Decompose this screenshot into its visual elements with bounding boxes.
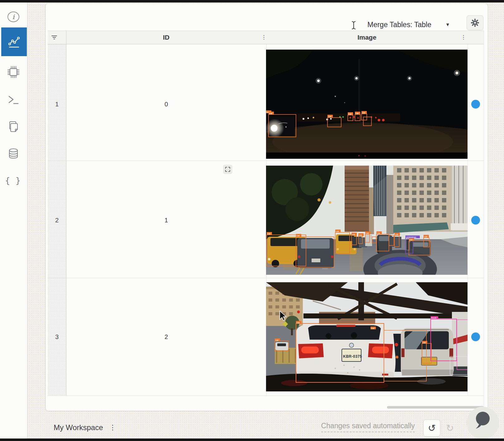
filter-icon[interactable] xyxy=(51,35,57,40)
svg-text:car: car xyxy=(356,112,359,115)
info-icon: i xyxy=(7,12,19,22)
redo-icon: ↻ xyxy=(446,423,454,434)
line-chart-icon xyxy=(7,35,21,49)
svg-text:car: car xyxy=(336,230,339,233)
svg-text:car: car xyxy=(275,339,279,342)
svg-text:car: car xyxy=(371,327,375,330)
row-number: 2 xyxy=(48,216,66,225)
gear-icon xyxy=(471,18,479,27)
terminal-icon xyxy=(7,94,19,105)
svg-text:car: car xyxy=(424,235,428,238)
run-indicator-dot[interactable] xyxy=(471,332,480,341)
svg-text:car: car xyxy=(352,233,356,236)
expand-image-button[interactable] xyxy=(223,165,232,174)
cell-id: 0 xyxy=(66,100,266,109)
svg-text:car: car xyxy=(267,232,271,235)
svg-text:pedestrian: pedestrian xyxy=(406,236,416,239)
svg-text:car: car xyxy=(269,112,273,115)
save-status-text: Changes saved automatically xyxy=(321,422,415,432)
table-panel: runs.summary["Table"] Merge Tables: Tabl… xyxy=(45,3,488,411)
sidebar-item-config[interactable]: { } xyxy=(0,168,27,193)
merge-tables-dropdown[interactable]: Merge Tables: Table xyxy=(367,18,431,31)
svg-text:car: car xyxy=(423,341,426,344)
cell-image-bridge-traffic[interactable]: KBR-0375 car car car c xyxy=(266,282,468,391)
undo-icon: ↺ xyxy=(428,423,436,434)
sidebar-item-system[interactable] xyxy=(0,60,27,85)
database-icon xyxy=(7,148,20,160)
sidebar: i xyxy=(0,2,27,439)
top-window-strip xyxy=(0,0,504,2)
sidebar-item-logs[interactable] xyxy=(0,87,27,112)
workspace-menu-icon[interactable]: ⋮ xyxy=(108,420,117,435)
svg-text:car: car xyxy=(395,233,399,236)
i-beam-cursor-icon xyxy=(351,21,356,30)
chip-icon xyxy=(7,65,20,79)
column-menu-id-icon[interactable]: ⋮ xyxy=(261,31,267,44)
column-menu-image-icon[interactable]: ⋮ xyxy=(460,31,467,44)
sidebar-item-charts[interactable] xyxy=(1,27,27,56)
sidebar-item-artifacts[interactable] xyxy=(0,141,27,166)
svg-text:car: car xyxy=(366,232,369,235)
copy-icon xyxy=(7,120,20,133)
sidebar-item-files[interactable] xyxy=(0,114,27,139)
column-header-id[interactable]: ID xyxy=(66,31,266,44)
chat-fab[interactable] xyxy=(467,407,499,439)
cell-image-city-street[interactable]: car car car car car car car car car car … xyxy=(266,166,468,275)
row-number: 3 xyxy=(48,332,66,341)
expand-icon xyxy=(225,167,230,172)
braces-icon: { } xyxy=(5,176,22,185)
undo-button[interactable]: ↺ xyxy=(423,419,440,437)
workspace-title: My Workspace xyxy=(54,420,103,435)
row-number: 1 xyxy=(48,100,66,109)
sidebar-item-info[interactable]: i xyxy=(0,4,27,29)
license-plate: KBR-0375 xyxy=(343,354,362,359)
svg-text:car: car xyxy=(328,115,332,118)
redo-button[interactable]: ↻ xyxy=(441,419,458,437)
svg-text:car: car xyxy=(348,113,352,115)
svg-text:car: car xyxy=(377,232,380,235)
svg-text:car: car xyxy=(297,321,300,324)
column-header-image[interactable]: Image xyxy=(266,31,468,44)
table-settings-button[interactable] xyxy=(467,15,483,30)
bottom-window-strip xyxy=(0,439,504,441)
cell-id: 1 xyxy=(66,216,266,225)
svg-text:car: car xyxy=(362,111,366,114)
svg-text:car: car xyxy=(297,234,300,237)
chevron-down-icon[interactable]: ▼ xyxy=(445,18,450,31)
svg-text:car: car xyxy=(410,238,413,241)
cell-image-night-highway[interactable]: car car car car car car xyxy=(266,50,468,159)
horizontal-scrollbar[interactable] xyxy=(387,406,484,409)
svg-text:car: car xyxy=(359,234,362,236)
query-expression[interactable]: runs.summary["Table"] xyxy=(49,18,158,31)
run-indicator-dot[interactable] xyxy=(471,100,480,109)
run-indicator-dot[interactable] xyxy=(471,216,480,225)
svg-text:truck: truck xyxy=(431,317,437,319)
cell-id: 2 xyxy=(66,332,266,341)
chat-bubble-icon xyxy=(474,410,492,430)
